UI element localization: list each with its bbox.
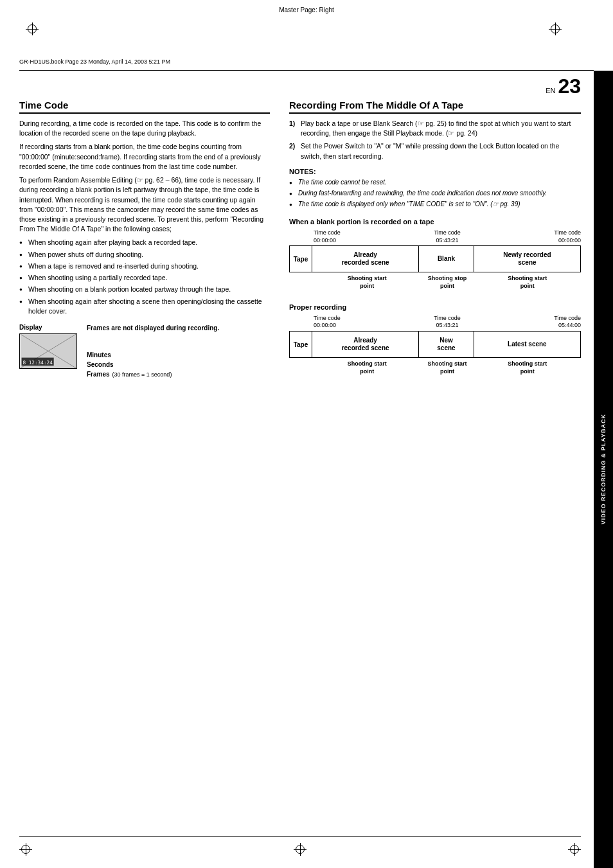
step-2: 2) Set the Power Switch to "A" or "M" wh… bbox=[289, 141, 581, 161]
diagram2-tc3-label: Time code bbox=[474, 315, 581, 323]
display-col-left: Display 8 12:34:24 bbox=[19, 324, 77, 369]
two-columns: Time Code During recording, a time code … bbox=[19, 100, 581, 378]
bullet-item-4: When shooting using a partially recorded… bbox=[19, 273, 270, 283]
diagram2-tc-row: Time code 00:00:00 Time code 05:43:21 Ti… bbox=[289, 315, 581, 330]
reg-mark-bc bbox=[294, 843, 306, 856]
diagram2-tape-row: Tape Alreadyrecorded scene Newscene Late… bbox=[289, 331, 581, 358]
diagram1-tc2-value: 05:43:21 bbox=[420, 237, 474, 245]
diagram2-tc3: Time code 05:44:00 bbox=[474, 315, 581, 330]
file-info: GR-HD1US.book Page 23 Monday, April 14, … bbox=[19, 58, 170, 65]
diagram1-title: When a blank portion is recorded on a ta… bbox=[289, 218, 581, 226]
seconds-label: Seconds bbox=[87, 361, 219, 368]
reg-mark-bl bbox=[19, 843, 32, 856]
master-page-label: Master Page: Right bbox=[279, 6, 334, 13]
diagram2-shoot3: Shooting startpoint bbox=[474, 360, 581, 375]
diagram1-tape-row: Tape Alreadyrecorded scene Blank Newly r… bbox=[289, 245, 581, 272]
diagram2-cell-new: Newscene bbox=[419, 332, 474, 357]
diagram2-shoot2: Shooting startpoint bbox=[420, 360, 474, 375]
right-section-title: Recording From The Middle Of A Tape bbox=[289, 100, 581, 114]
content-area: Time Code During recording, a time code … bbox=[19, 100, 581, 836]
diagram1-tc1: Time code 00:00:00 bbox=[314, 229, 420, 244]
sidebar-text: VIDEO RECORDING & PLAYBACK bbox=[600, 414, 607, 524]
diagram2-cell-already: Alreadyrecorded scene bbox=[312, 332, 419, 357]
page-header: EN 23 bbox=[546, 71, 581, 102]
diagram1-shooting-row: Shooting startpoint Shooting stoppoint S… bbox=[289, 275, 581, 290]
frames-row: Frames (30 frames = 1 second) bbox=[87, 371, 219, 378]
step-2-text: Set the Power Switch to "A" or "M" while… bbox=[301, 142, 559, 159]
diagram2-tc3-value: 05:44:00 bbox=[474, 322, 581, 330]
diagram1-tc1-label: Time code bbox=[314, 229, 420, 237]
diagram1-tc2-label: Time code bbox=[420, 229, 474, 237]
notes-title: NOTES: bbox=[289, 168, 581, 175]
diagram1-tc3-label: Time code bbox=[474, 229, 581, 237]
diagram1-tc1-value: 00:00:00 bbox=[314, 237, 420, 245]
bullet-item-6: When shooting again after shooting a sce… bbox=[19, 297, 270, 316]
notes-section: NOTES: The time code cannot be reset. Du… bbox=[289, 168, 581, 209]
diagram2-tc1: Time code 00:00:00 bbox=[314, 315, 420, 330]
left-column: Time Code During recording, a time code … bbox=[19, 100, 270, 378]
diagram1-tc3-value: 00:00:00 bbox=[474, 237, 581, 245]
body-text-2: If recording starts from a blank portion… bbox=[19, 142, 270, 172]
display-col-right: Frames are not displayed during recordin… bbox=[87, 324, 219, 378]
note-1: The time code cannot be reset. bbox=[289, 178, 581, 187]
bullet-item-3: When a tape is removed and re-inserted d… bbox=[19, 261, 270, 271]
step-1-num: 1) bbox=[289, 119, 295, 128]
reg-mark-tr bbox=[549, 22, 562, 35]
reg-mark-br bbox=[568, 843, 581, 856]
body-text-1: During recording, a time code is recorde… bbox=[19, 119, 270, 138]
page-container: Master Page: Right GR-HD1US.book Page 23… bbox=[0, 0, 613, 868]
step-1-text: Play back a tape or use Blank Search (☞ … bbox=[301, 120, 571, 137]
diagram2-tc2-label: Time code bbox=[420, 315, 474, 323]
diagram1-shoot2: Shooting stoppoint bbox=[420, 275, 474, 290]
diagram1-shoot1: Shooting startpoint bbox=[314, 275, 420, 290]
diagram1-tc-row: Time code 00:00:00 Time code 05:43:21 Ti… bbox=[289, 229, 581, 244]
notes-list: The time code cannot be reset. During fa… bbox=[289, 178, 581, 209]
diagram2-cell-latest: Latest scene bbox=[474, 332, 580, 357]
bottom-marks bbox=[19, 836, 581, 862]
step-2-num: 2) bbox=[289, 141, 295, 151]
bullet-list: When shooting again after playing back a… bbox=[19, 238, 270, 316]
page-number: 23 bbox=[558, 76, 581, 96]
diagram1-section: When a blank portion is recorded on a ta… bbox=[289, 218, 581, 290]
diagram1-shoot3: Shooting startpoint bbox=[474, 275, 581, 290]
diagram1-tape-label: Tape bbox=[290, 246, 312, 272]
top-area: Master Page: Right GR-HD1US.book Page 23… bbox=[19, 0, 594, 71]
frames-not-displayed: Frames are not displayed during recordin… bbox=[87, 324, 219, 332]
diagram2-section: Proper recording Time code 00:00:00 Time… bbox=[289, 303, 581, 376]
diagram2-shooting-row: Shooting startpoint Shooting startpoint … bbox=[289, 360, 581, 375]
note-2: During fast-forwarding and rewinding, th… bbox=[289, 189, 581, 198]
diagram2-title: Proper recording bbox=[289, 303, 581, 311]
bullet-item-1: When shooting again after playing back a… bbox=[19, 238, 270, 247]
diagram2-shoot1: Shooting startpoint bbox=[314, 360, 420, 375]
minutes-label: Minutes bbox=[87, 351, 219, 359]
frames-note: (30 frames = 1 second) bbox=[112, 371, 172, 378]
display-svg: 8 12:34:24 bbox=[20, 334, 76, 368]
numbered-list: 1) Play back a tape or use Blank Search … bbox=[289, 119, 581, 161]
svg-text:8 12:34:24: 8 12:34:24 bbox=[22, 360, 53, 366]
diagram1-cell-newly: Newly recordedscene bbox=[474, 246, 580, 272]
diagram1-cell-already: Alreadyrecorded scene bbox=[312, 246, 419, 272]
right-column: Recording From The Middle Of A Tape 1) P… bbox=[289, 100, 581, 378]
body-text-3: To perform Random Assemble Editing (☞ pg… bbox=[19, 175, 270, 234]
note-3: The time code is displayed only when "TI… bbox=[289, 200, 581, 209]
step-1: 1) Play back a tape or use Blank Search … bbox=[289, 119, 581, 138]
bullet-item-2: When power shuts off during shooting. bbox=[19, 250, 270, 260]
right-sidebar: VIDEO RECORDING & PLAYBACK bbox=[594, 71, 613, 868]
frames-label: Frames bbox=[87, 371, 110, 378]
display-frame: 8 12:34:24 bbox=[19, 333, 77, 369]
diagram2-tape-label: Tape bbox=[290, 332, 312, 357]
bullet-item-5: When shooting on a blank portion located… bbox=[19, 285, 270, 294]
en-label: EN bbox=[546, 87, 555, 94]
diagram1-tc2: Time code 05:43:21 bbox=[420, 229, 474, 244]
diagram1-cell-blank: Blank bbox=[419, 246, 474, 272]
left-section-title: Time Code bbox=[19, 100, 270, 114]
diagram2-tc1-value: 00:00:00 bbox=[314, 322, 420, 330]
display-label: Display bbox=[19, 324, 77, 331]
diagram2-tc2: Time code 05:43:21 bbox=[420, 315, 474, 330]
display-section: Display 8 12:34:24 Frames bbox=[19, 324, 270, 378]
reg-mark-tl bbox=[26, 22, 39, 35]
diagram2-tc2-value: 05:43:21 bbox=[420, 322, 474, 330]
diagram1-tc3: Time code 00:00:00 bbox=[474, 229, 581, 244]
display-labels: Minutes Seconds Frames (30 frames = 1 se… bbox=[87, 351, 219, 378]
diagram2-tc1-label: Time code bbox=[314, 315, 420, 323]
